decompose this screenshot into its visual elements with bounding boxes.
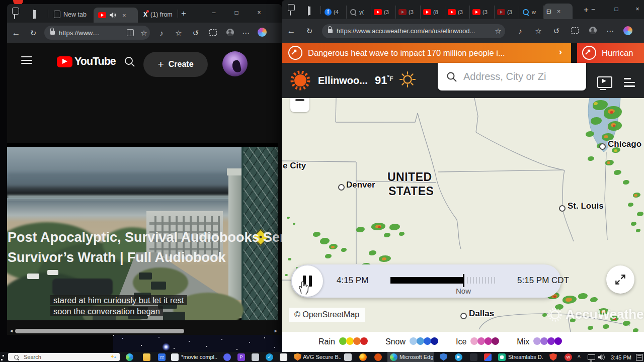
minimize-button[interactable]: –	[206, 9, 221, 16]
youtube-logo[interactable]: YouTube	[57, 55, 116, 68]
tab-youtube-active[interactable]: ×	[94, 8, 138, 23]
tab-close-icon[interactable]: ×	[557, 8, 561, 15]
back-button[interactable]: ←	[282, 27, 301, 35]
tab-panel-icon[interactable]	[308, 7, 309, 16]
telegram-icon[interactable]	[455, 353, 462, 361]
tab-youtube-5[interactable]: (3	[470, 6, 495, 19]
fullscreen-button[interactable]	[606, 265, 634, 294]
tab-accuweather-active[interactable]: El×	[544, 4, 573, 19]
refresh-button[interactable]: ↻	[301, 27, 318, 35]
edge-icon[interactable]	[126, 353, 133, 361]
close-button[interactable]: ×	[252, 9, 267, 16]
url-text[interactable]: https://www.accuweather.com/en/us/ellinw…	[337, 27, 491, 35]
accuweather-logo[interactable]	[289, 69, 312, 92]
minimize-button[interactable]: –	[586, 6, 601, 13]
timeline-progress[interactable]	[390, 277, 463, 284]
favorites-bar-icon[interactable]: ☆	[529, 27, 547, 35]
create-button[interactable]: + Create	[143, 52, 208, 77]
tab-close-icon[interactable]: ×	[122, 12, 126, 19]
file-explorer-icon[interactable]	[143, 353, 150, 361]
maximize-button[interactable]: □	[229, 9, 244, 16]
favorites-bar-icon[interactable]: ☆	[170, 29, 187, 37]
tab-new-tab[interactable]: New tab	[49, 8, 91, 21]
tab-panel-icon[interactable]	[33, 10, 34, 19]
discord-icon[interactable]	[223, 353, 231, 361]
tray-overflow-icon[interactable]: ^	[578, 354, 581, 361]
screenshot-icon[interactable]	[204, 29, 221, 37]
tray-volume-icon[interactable]	[598, 353, 605, 362]
tab-workspaces-icon[interactable]	[14, 10, 15, 19]
tray-display-icon[interactable]	[588, 354, 595, 360]
tab-workspaces-icon[interactable]	[290, 7, 291, 16]
screenshot-icon[interactable]	[566, 27, 584, 35]
maximize-button[interactable]: □	[609, 6, 624, 13]
display-app-icon[interactable]	[344, 353, 352, 361]
city-marker-denver[interactable]	[338, 184, 345, 191]
settings-menu-icon[interactable]: ⋯	[238, 29, 254, 37]
address-bar[interactable]: https://www.... ☆	[44, 26, 150, 40]
tab-facebook[interactable]: f(4	[322, 6, 347, 19]
taskbar-search-input[interactable]	[23, 353, 90, 360]
check-app-icon[interactable]	[266, 353, 273, 361]
tab-youtube-2[interactable]: (3	[396, 6, 421, 19]
tab-youtube-4[interactable]: (3	[445, 6, 470, 19]
streamlabs-icon[interactable]	[498, 353, 506, 361]
scrollbar-thumb[interactable]	[15, 329, 184, 333]
city-marker-dallas[interactable]	[460, 313, 467, 319]
hurricane-banner[interactable]: Hurrican	[577, 43, 644, 63]
location-search-box[interactable]	[438, 63, 586, 90]
city-marker-st-louis[interactable]	[559, 205, 566, 212]
youtube-search-icon[interactable]	[124, 56, 136, 70]
tab-audio-icon[interactable]	[109, 12, 116, 18]
history-icon[interactable]: ↺	[547, 27, 566, 35]
back-button[interactable]: ←	[7, 29, 25, 37]
youtube-menu-icon[interactable]	[21, 56, 32, 64]
chevron-right-icon[interactable]: ›	[559, 46, 562, 57]
youtube-avatar[interactable]	[222, 51, 248, 76]
notepad-icon[interactable]	[171, 353, 179, 361]
close-button[interactable]: ×	[630, 6, 644, 13]
search-input[interactable]	[462, 70, 580, 83]
tab-x-twitter[interactable]: X (1) from	[139, 8, 177, 21]
document-icon[interactable]	[280, 353, 287, 361]
favorite-star-icon[interactable]: ☆	[138, 29, 150, 37]
tab-youtube-1[interactable]: (3	[371, 6, 396, 19]
taskbar-search[interactable]: ✦	[8, 353, 120, 361]
profile-icon[interactable]	[221, 29, 238, 37]
notification-center-icon[interactable]	[636, 354, 643, 361]
url-text[interactable]: https://www....	[59, 29, 123, 37]
avg-window-label[interactable]: AVG Secure B...	[303, 354, 341, 360]
profile-icon[interactable]	[584, 27, 602, 35]
split-screen-icon[interactable]	[127, 29, 134, 36]
refresh-button[interactable]: ↻	[25, 29, 41, 37]
settings-menu-icon[interactable]: ⋯	[602, 27, 619, 35]
notepad-window-label[interactable]: *movie compl...	[181, 354, 217, 360]
history-icon[interactable]: ↺	[187, 29, 204, 37]
active-edge-task[interactable]: Microsoft Edge	[387, 352, 434, 362]
calendar-icon[interactable]	[158, 353, 166, 361]
colored-app-icon[interactable]	[484, 353, 492, 361]
tab-youtube-3[interactable]: (8	[421, 6, 445, 19]
video-wall-icon[interactable]	[597, 76, 612, 88]
favorite-star-icon[interactable]: ☆	[491, 27, 505, 35]
site-menu-icon[interactable]	[624, 78, 635, 87]
streamlabs-window-label[interactable]: Streamlabs D...	[508, 354, 543, 360]
printer-icon[interactable]	[252, 353, 259, 361]
radar-timeline[interactable]: 4:15 PM Now 5:15 PM CDT	[291, 264, 561, 298]
media-control-icon[interactable]: ♪	[153, 29, 170, 37]
address-bar[interactable]: https://www.accuweather.com/en/us/ellinw…	[322, 24, 505, 38]
shield-app-icon[interactable]	[440, 353, 447, 361]
zoom-out-button[interactable]	[290, 98, 309, 112]
timeline-future-track[interactable]	[467, 277, 496, 284]
taskbar-clock[interactable]: 3:45 PM	[611, 354, 631, 360]
horizontal-scrollbar[interactable]: ◄ ►	[7, 328, 282, 334]
tab-search[interactable]: y(	[347, 6, 371, 19]
city-marker-chicago[interactable]	[599, 143, 606, 150]
orange-app-icon[interactable]	[374, 353, 382, 361]
avg-icon[interactable]	[294, 353, 301, 361]
tab-search-2[interactable]: w	[519, 6, 544, 19]
location-name[interactable]: Ellinwoo...	[318, 75, 368, 86]
red-w-app-icon[interactable]	[565, 353, 572, 361]
dark-app-icon[interactable]	[470, 353, 477, 361]
radar-map[interactable]: e City Denver UNITED STATES Chicago St. …	[282, 98, 644, 332]
